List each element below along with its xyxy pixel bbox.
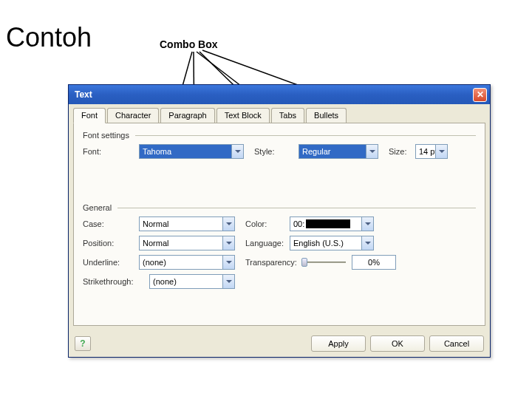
style-value: Regular — [302, 147, 366, 156]
slider-thumb-icon — [301, 258, 307, 267]
label-color: Color: — [235, 219, 290, 228]
chevron-down-icon — [231, 145, 243, 158]
transparency-value: 0% — [352, 255, 396, 270]
close-button[interactable]: ✕ — [473, 88, 487, 102]
color-swatch — [306, 219, 350, 228]
label-strikethrough: Strikethrough: — [83, 277, 149, 286]
tab-content: Font settings Font: Tahoma Style: Regula… — [73, 123, 485, 326]
apply-button[interactable]: Apply — [311, 335, 366, 352]
case-combo[interactable]: Normal — [139, 216, 235, 231]
style-combo[interactable]: Regular — [299, 144, 378, 159]
ok-button[interactable]: OK — [370, 335, 425, 352]
color-combo[interactable]: 00: — [290, 216, 374, 231]
font-combo[interactable]: Tahoma — [139, 144, 244, 159]
tab-tabs[interactable]: Tabs — [271, 108, 304, 123]
strikethrough-combo[interactable]: (none) — [149, 274, 235, 289]
group-general: General — [83, 203, 476, 212]
case-value: Normal — [143, 219, 222, 228]
group-font-settings: Font settings — [83, 131, 476, 140]
tab-character[interactable]: Character — [107, 108, 159, 123]
position-combo[interactable]: Normal — [139, 236, 235, 250]
label-case: Case: — [83, 219, 139, 228]
tab-text-block[interactable]: Text Block — [216, 108, 270, 123]
chevron-down-icon — [222, 256, 234, 269]
help-button[interactable]: ? — [75, 336, 91, 351]
position-value: Normal — [143, 239, 222, 248]
underline-combo[interactable]: (none) — [139, 255, 235, 270]
language-value: English (U.S.) — [293, 239, 361, 248]
close-icon: ✕ — [477, 89, 484, 100]
tab-strip: Font Character Paragraph Text Block Tabs… — [69, 104, 490, 123]
chevron-down-icon — [222, 236, 234, 250]
label-size: Size: — [378, 147, 415, 156]
chevron-down-icon — [222, 275, 234, 288]
label-transparency: Transparency: — [235, 258, 301, 267]
color-value: 00: — [293, 219, 361, 228]
chevron-down-icon — [361, 236, 373, 250]
chevron-down-icon — [435, 145, 447, 158]
label-underline: Underline: — [83, 258, 139, 267]
tab-bullets[interactable]: Bullets — [306, 108, 347, 123]
size-value: 14 pt. — [419, 147, 435, 156]
page-title: Contoh — [6, 22, 92, 53]
language-combo[interactable]: English (U.S.) — [290, 236, 374, 250]
font-value: Tahoma — [143, 147, 231, 156]
dialog-titlebar: Text ✕ — [69, 85, 490, 104]
underline-value: (none) — [143, 258, 222, 267]
label-font: Font: — [83, 147, 139, 156]
label-language: Language: — [235, 239, 290, 248]
dialog-title: Text — [75, 89, 473, 100]
cancel-button[interactable]: Cancel — [429, 335, 484, 352]
tab-font[interactable]: Font — [73, 108, 106, 123]
chevron-down-icon — [361, 217, 373, 231]
chevron-down-icon — [222, 217, 234, 231]
strikethrough-value: (none) — [153, 277, 222, 286]
tab-paragraph[interactable]: Paragraph — [160, 108, 214, 123]
label-position: Position: — [83, 239, 139, 248]
label-style: Style: — [244, 147, 299, 156]
text-dialog: Text ✕ Font Character Paragraph Text Blo… — [68, 84, 491, 358]
size-combo[interactable]: 14 pt. — [415, 144, 448, 159]
chevron-down-icon — [366, 145, 378, 158]
help-icon: ? — [80, 338, 85, 349]
transparency-slider[interactable] — [301, 256, 346, 268]
dialog-footer: ? Apply OK Cancel — [69, 330, 490, 357]
callout-label: Combo Box — [160, 38, 218, 50]
